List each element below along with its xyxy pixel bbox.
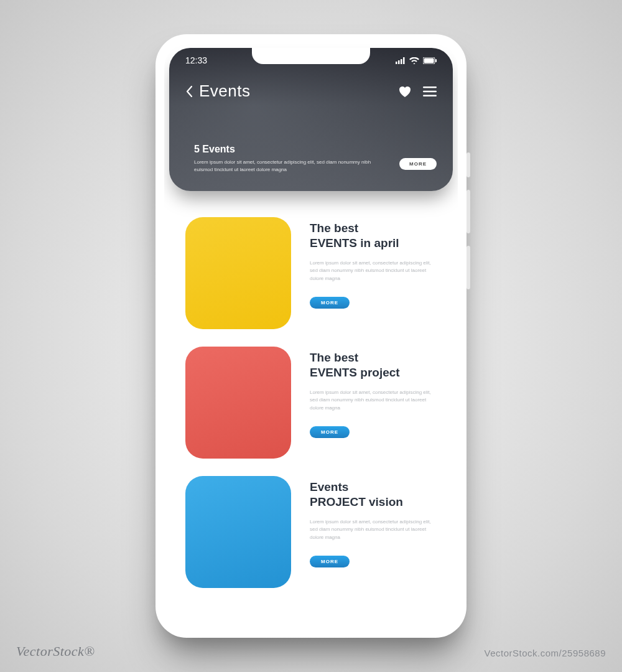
phone-side-button: [466, 246, 470, 289]
event-body: The best EVENTS project Lorem ipsum dolo…: [310, 347, 437, 438]
status-icons: [396, 57, 437, 64]
list-item: Events PROJECT vision Lorem ipsum dolor …: [185, 476, 437, 588]
event-thumbnail[interactable]: [185, 347, 291, 459]
event-title-line: The best: [310, 351, 358, 364]
event-title: Events PROJECT vision: [310, 480, 437, 510]
svg-rect-3: [403, 57, 405, 64]
signal-icon: [396, 57, 406, 64]
svg-rect-7: [423, 86, 437, 88]
status-time: 12:33: [185, 55, 207, 65]
menu-icon[interactable]: [423, 86, 437, 96]
screen: 12:33 Events 5 Events Lo: [164, 43, 458, 629]
header-card: 12:33 Events 5 Events Lo: [169, 48, 453, 191]
event-title-line: Events: [310, 480, 348, 493]
hero-desc: Lorem ipsum dolor sit amet, consectetur …: [194, 159, 372, 174]
event-desc: Lorem ipsum dolor sit amet, consectetur …: [310, 259, 437, 283]
svg-rect-5: [424, 58, 434, 63]
hero-text: 5 Events Lorem ipsum dolor sit amet, con…: [194, 144, 372, 174]
event-thumbnail[interactable]: [185, 217, 291, 329]
back-icon[interactable]: [185, 85, 193, 98]
event-desc: Lorem ipsum dolor sit amet, consectetur …: [310, 389, 437, 413]
event-body: Events PROJECT vision Lorem ipsum dolor …: [310, 476, 437, 567]
event-more-button[interactable]: MORE: [310, 426, 350, 438]
event-more-button[interactable]: MORE: [310, 297, 350, 309]
wifi-icon: [409, 57, 419, 64]
svg-rect-0: [396, 62, 397, 64]
nav-right: [398, 85, 437, 98]
event-body: The best EVENTS in april Lorem ipsum dol…: [310, 217, 437, 309]
list-item: The best EVENTS in april Lorem ipsum dol…: [185, 217, 437, 329]
event-title-line: EVENTS project: [310, 366, 400, 379]
hero-title: 5 Events: [194, 144, 372, 155]
event-title-line: PROJECT vision: [310, 495, 403, 508]
event-thumbnail[interactable]: [185, 476, 291, 588]
svg-rect-6: [435, 59, 437, 62]
event-desc: Lorem ipsum dolor sit amet, consectetur …: [310, 518, 437, 542]
hero-more-button[interactable]: MORE: [399, 158, 437, 170]
list-item: The best EVENTS project Lorem ipsum dolo…: [185, 347, 437, 459]
nav-left: Events: [185, 82, 251, 101]
event-title: The best EVENTS project: [310, 350, 437, 380]
battery-icon: [423, 57, 437, 64]
svg-rect-1: [398, 60, 400, 64]
phone-side-button: [466, 152, 470, 177]
svg-rect-9: [423, 95, 437, 96]
watermark-brand: VectorStock®: [16, 643, 95, 660]
event-more-button[interactable]: MORE: [310, 556, 350, 567]
page-title: Events: [199, 82, 251, 101]
heart-icon[interactable]: [398, 85, 412, 98]
event-list: The best EVENTS in april Lorem ipsum dol…: [164, 196, 458, 588]
nav-row: Events: [169, 82, 453, 101]
watermark-id: VectorStock.com/25958689: [485, 648, 606, 658]
svg-rect-8: [423, 90, 437, 92]
phone-mockup: 12:33 Events 5 Events Lo: [156, 34, 466, 638]
phone-notch: [252, 48, 370, 64]
event-title: The best EVENTS in april: [310, 221, 437, 251]
svg-rect-2: [401, 59, 402, 64]
phone-side-button: [466, 190, 470, 233]
event-title-line: EVENTS in april: [310, 236, 399, 250]
event-title-line: The best: [310, 222, 358, 235]
